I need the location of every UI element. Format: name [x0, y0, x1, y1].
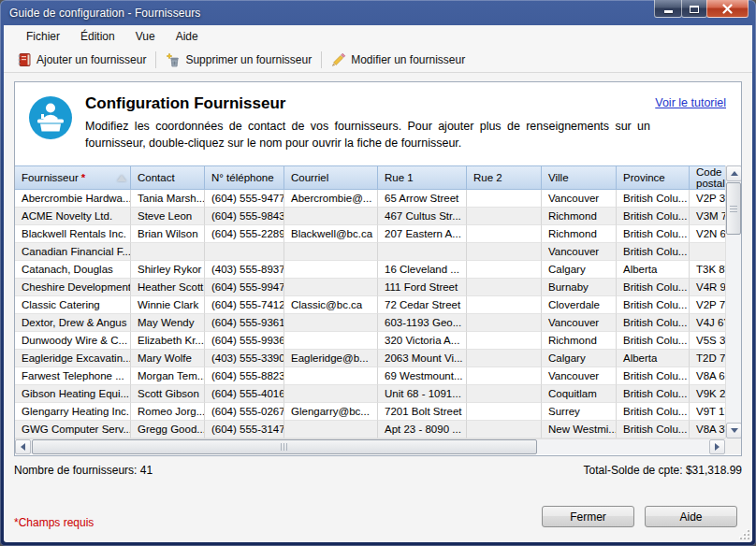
table-cell[interactable]: Richmond: [542, 208, 617, 225]
table-cell[interactable]: V3M 7Q9: [690, 208, 725, 225]
column-header-fournisseur[interactable]: Fournisseur *: [15, 165, 131, 190]
table-cell[interactable]: Vancouver: [542, 367, 617, 385]
table-cell[interactable]: 2063 Mount Vi...: [378, 350, 467, 367]
table-cell[interactable]: V2P 7T9: [690, 296, 725, 314]
table-cell[interactable]: (604) 555-9947: [205, 279, 284, 296]
table-cell[interactable]: [467, 314, 542, 332]
table-cell[interactable]: British Colu...: [617, 385, 690, 403]
edit-supplier-button[interactable]: Modifier un fournisseur: [324, 50, 472, 70]
column-header-courriel[interactable]: Courriel: [284, 165, 378, 190]
table-row[interactable]: Glengarry Heating Inc.Romeo Jorg...(604)…: [15, 403, 725, 421]
table-cell[interactable]: [467, 208, 542, 225]
table-cell[interactable]: New Westmi...: [542, 421, 617, 438]
titlebar[interactable]: Guide de configuration - Fournisseurs: [0, 0, 756, 25]
table-cell[interactable]: Alberta: [617, 350, 690, 367]
table-cell[interactable]: Steve Leon: [131, 208, 205, 225]
table-cell[interactable]: Glengarry Heating Inc.: [15, 403, 131, 421]
table-cell[interactable]: [467, 243, 542, 261]
table-cell[interactable]: Scott Gibson: [131, 385, 205, 403]
table-cell[interactable]: Surrey: [542, 403, 617, 421]
menu-aide[interactable]: Aide: [166, 27, 209, 46]
table-cell[interactable]: Morgan Tem...: [131, 367, 205, 385]
table-row[interactable]: Gibson Heating Equi...Scott Gibson(604) …: [15, 385, 725, 403]
table-cell[interactable]: Elizabeth Kr...: [131, 332, 205, 350]
table-row[interactable]: ACME Novelty Ltd.Steve Leon(604) 555-984…: [15, 208, 725, 225]
table-cell[interactable]: (604) 555-9477: [205, 190, 284, 208]
table-cell[interactable]: Abercrombie@...: [284, 190, 378, 208]
column-header-code-postal[interactable]: Code postal: [690, 165, 725, 190]
table-cell[interactable]: [284, 367, 378, 385]
table-cell[interactable]: Burnaby: [542, 279, 617, 296]
table-cell[interactable]: British Colu...: [617, 208, 690, 225]
table-cell[interactable]: V8A 6N4: [690, 367, 725, 385]
table-cell[interactable]: Abercrombie Hardwa...: [15, 190, 131, 208]
table-cell[interactable]: Heather Scott: [131, 279, 205, 296]
table-cell[interactable]: 467 Cultus Str...: [378, 208, 467, 225]
table-cell[interactable]: [284, 314, 378, 332]
table-cell[interactable]: Glengarry@bc...: [284, 403, 378, 421]
column-header-province[interactable]: Province: [617, 165, 690, 190]
table-cell[interactable]: [284, 332, 378, 350]
table-cell[interactable]: GWG Computer Serv...: [15, 421, 131, 438]
table-cell[interactable]: T2D 7K0: [690, 350, 725, 367]
horizontal-scrollbar[interactable]: [15, 438, 725, 454]
table-cell[interactable]: Calgary: [542, 261, 617, 279]
table-cell[interactable]: Shirley Rykor: [131, 261, 205, 279]
resize-grip[interactable]: [740, 530, 749, 539]
table-cell[interactable]: Richmond: [542, 332, 617, 350]
table-cell[interactable]: 7201 Bolt Street: [378, 403, 467, 421]
table-cell[interactable]: T3K 8V2: [690, 261, 725, 279]
table-cell[interactable]: 111 Ford Street: [378, 279, 467, 296]
table-cell[interactable]: [690, 243, 725, 261]
table-row[interactable]: Blackwell Rentals Inc.Brian Wilson(604) …: [15, 225, 725, 243]
add-supplier-button[interactable]: Ajouter un fournisseur: [9, 50, 153, 70]
table-row[interactable]: Dextor, Drew & AngusMay Wendy(604) 555-9…: [15, 314, 725, 332]
table-cell[interactable]: 320 Victoria A...: [378, 332, 467, 350]
table-cell[interactable]: Blackwell Rentals Inc.: [15, 225, 131, 243]
table-cell[interactable]: Calgary: [542, 350, 617, 367]
table-cell[interactable]: Classic@bc.ca: [284, 296, 378, 314]
table-cell[interactable]: British Colu...: [617, 225, 690, 243]
table-cell[interactable]: [284, 385, 378, 403]
table-cell[interactable]: British Colu...: [617, 332, 690, 350]
table-cell[interactable]: Classic Catering: [15, 296, 131, 314]
table-row[interactable]: Eagleridge Excavatin...Mary Wolfe(403) 5…: [15, 350, 725, 367]
table-cell[interactable]: British Colu...: [617, 190, 690, 208]
table-cell[interactable]: May Wendy: [131, 314, 205, 332]
table-cell[interactable]: [467, 279, 542, 296]
table-cell[interactable]: Brian Wilson: [131, 225, 205, 243]
table-cell[interactable]: V2P 3P3: [690, 190, 725, 208]
table-cell[interactable]: Gibson Heating Equi...: [15, 385, 131, 403]
table-cell[interactable]: Dextor, Drew & Angus: [15, 314, 131, 332]
table-cell[interactable]: 207 Eastern A...: [378, 225, 467, 243]
table-cell[interactable]: Canadian Financial F...: [15, 243, 131, 261]
table-cell[interactable]: Tania Marsh...: [131, 190, 205, 208]
table-cell[interactable]: Catanach, Douglas: [15, 261, 131, 279]
table-cell[interactable]: (604) 555-7412: [205, 296, 284, 314]
table-cell[interactable]: Coquitlam: [542, 385, 617, 403]
table-cell[interactable]: [467, 385, 542, 403]
table-cell[interactable]: Farwest Telephone ...: [15, 367, 131, 385]
table-cell[interactable]: British Colu...: [617, 296, 690, 314]
table-cell[interactable]: [378, 243, 467, 261]
table-cell[interactable]: Eagleridge@b...: [284, 350, 378, 367]
table-cell[interactable]: British Colu...: [617, 279, 690, 296]
column-header-rue2[interactable]: Rue 2: [467, 165, 542, 190]
table-cell[interactable]: Romeo Jorg...: [131, 403, 205, 421]
table-cell[interactable]: (604) 555-3147: [205, 421, 284, 438]
table-cell[interactable]: Unit 68 - 1091...: [378, 385, 467, 403]
table-row[interactable]: Canadian Financial F...VancouverBritish …: [15, 243, 725, 261]
table-cell[interactable]: [284, 279, 378, 296]
table-cell[interactable]: Cheshire Development: [15, 279, 131, 296]
table-cell[interactable]: (403) 555-8937: [205, 261, 284, 279]
table-cell[interactable]: V9K 2O5: [690, 385, 725, 403]
column-header-telephone[interactable]: N° téléphone: [205, 165, 284, 190]
table-cell[interactable]: (604) 555-9843: [205, 208, 284, 225]
table-cell[interactable]: 16 Cleveland ...: [378, 261, 467, 279]
table-cell[interactable]: Eagleridge Excavatin...: [15, 350, 131, 367]
menu-vue[interactable]: Vue: [125, 27, 166, 46]
table-cell[interactable]: [467, 403, 542, 421]
table-cell[interactable]: [284, 261, 378, 279]
table-row[interactable]: GWG Computer Serv...Gregg Good...(604) 5…: [15, 421, 725, 438]
table-cell[interactable]: [467, 332, 542, 350]
